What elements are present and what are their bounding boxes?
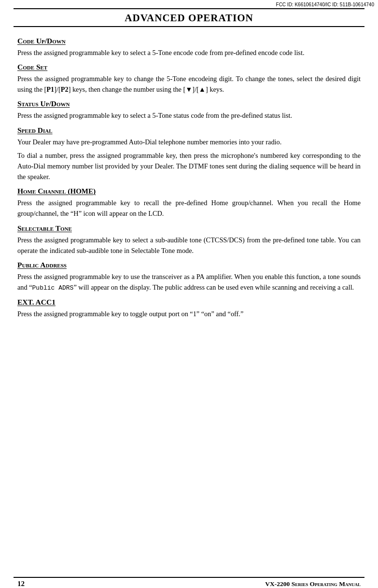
page-title: Advanced Operation bbox=[27, 12, 351, 24]
section-code-set: Code Set Press the assigned programmable… bbox=[17, 63, 361, 95]
section-status-up-down: Status Up/Down Press the assigned progra… bbox=[17, 99, 361, 121]
fcc-header: FCC ID: K6610614740/IC ID: 511B-10614740 bbox=[0, 0, 378, 8]
heading-ext-acc1: EXT. ACC1 bbox=[17, 298, 361, 307]
body-public-address: Press the assigned programmable key to u… bbox=[17, 271, 361, 293]
heading-code-up-down: Code Up/Down bbox=[17, 37, 361, 45]
fcc-id-text: FCC ID: K6610614740/IC ID: 511B-10614740 bbox=[276, 2, 374, 7]
section-public-address: Public Address Press the assigned progra… bbox=[17, 261, 361, 293]
bottom-rule bbox=[14, 577, 364, 578]
body-code-up-down: Press the assigned programmable key to s… bbox=[17, 47, 361, 58]
content-area: Code Up/Down Press the assigned programm… bbox=[0, 27, 378, 329]
heading-code-set: Code Set bbox=[17, 63, 361, 71]
bottom-area: 12 VX-2200 Series Operating Manual bbox=[0, 577, 378, 588]
section-selectable-tone: Selectable Tone Press the assigned progr… bbox=[17, 224, 361, 256]
body-code-set: Press the assigned programmable key to c… bbox=[17, 73, 361, 95]
section-home-channel: Home Channel (HOME) Press the assigned p… bbox=[17, 187, 361, 219]
page-container: FCC ID: K6610614740/IC ID: 511B-10614740… bbox=[0, 0, 378, 588]
page-number: 12 bbox=[17, 580, 25, 588]
section-speed-dial: Speed Dial Your Dealer may have pre-prog… bbox=[17, 126, 361, 182]
bottom-content: 12 VX-2200 Series Operating Manual bbox=[14, 580, 364, 588]
title-section: Advanced Operation bbox=[14, 8, 364, 27]
heading-status-up-down: Status Up/Down bbox=[17, 99, 361, 108]
heading-public-address: Public Address bbox=[17, 261, 361, 269]
section-code-up-down: Code Up/Down Press the assigned programm… bbox=[17, 37, 361, 58]
body-selectable-tone: Press the assigned programmable key to s… bbox=[17, 235, 361, 256]
body-speed-dial: Your Dealer may have pre-programmed Auto… bbox=[17, 137, 361, 182]
manual-title: VX-2200 Series Operating Manual bbox=[265, 580, 361, 588]
heading-speed-dial: Speed Dial bbox=[17, 126, 361, 135]
body-ext-acc1: Press the assigned programmable key to t… bbox=[17, 308, 361, 319]
body-home-channel: Press the assigned programmable key to r… bbox=[17, 197, 361, 219]
section-ext-acc1: EXT. ACC1 Press the assigned programmabl… bbox=[17, 298, 361, 319]
heading-selectable-tone: Selectable Tone bbox=[17, 224, 361, 233]
body-status-up-down: Press the assigned programmable key to s… bbox=[17, 110, 361, 121]
heading-home-channel: Home Channel (HOME) bbox=[17, 187, 361, 196]
